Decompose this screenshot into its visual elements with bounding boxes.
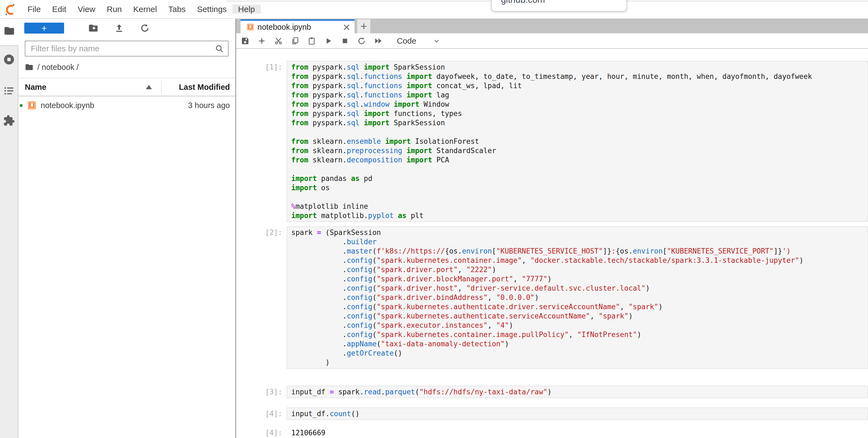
menu-item-tabs[interactable]: Tabs	[162, 5, 191, 13]
code-cell[interactable]: [3]:input_df = spark.read.parquet("hdfs:…	[236, 386, 868, 398]
cell-editor[interactable]: input_df = spark.read.parquet("hdfs://hd…	[287, 386, 868, 398]
file-list-item[interactable]: notebook.ipynb 3 hours ago	[18, 96, 235, 114]
menu-item-run[interactable]: Run	[101, 5, 128, 13]
cut-cells-button[interactable]	[274, 36, 283, 46]
upload-button[interactable]	[114, 23, 124, 33]
home-folder-icon	[25, 63, 34, 71]
interrupt-kernel-button[interactable]	[340, 36, 350, 46]
file-filter-input[interactable]	[25, 41, 228, 57]
menu-items: FileEditViewRunKernelTabsSettingsHelp	[22, 0, 261, 18]
menu-item-kernel[interactable]: Kernel	[128, 5, 163, 13]
column-header-last-modified[interactable]: Last Modified	[179, 83, 230, 92]
cell-editor[interactable]: spark = (SparkSession .builder .master(f…	[287, 226, 868, 369]
sidebar-tabs	[0, 45, 18, 438]
file-name: notebook.ipynb	[41, 101, 94, 110]
cell-editor[interactable]: input_df.count()	[287, 407, 868, 420]
file-last-modified: 3 hours ago	[188, 101, 230, 110]
cell-output: [4]:12106669	[236, 427, 868, 437]
breadcrumb-path: / notebook /	[37, 63, 79, 72]
sidebar-tab-file-browser[interactable]	[0, 19, 18, 45]
folder-icon	[4, 25, 15, 36]
column-header-name[interactable]: Name	[25, 83, 46, 92]
file-browser-panel: + / notebook / Name	[18, 19, 236, 438]
main-area: notebook.ipynb × +	[236, 19, 868, 438]
file-list-header: Name Last Modified	[18, 78, 235, 96]
notebook-tab-icon	[247, 23, 254, 31]
extensions-icon[interactable]	[3, 115, 15, 127]
chevron-down-icon[interactable]	[433, 38, 440, 44]
tab-title: notebook.ipynb	[257, 23, 311, 32]
copy-cells-button[interactable]	[290, 36, 300, 46]
save-button[interactable]	[241, 36, 250, 46]
cell-output-prompt: [4]:	[236, 427, 287, 437]
tab-bar: notebook.ipynb × +	[236, 19, 868, 33]
code-cell[interactable]: [2]:spark = (SparkSession .builder .mast…	[236, 226, 868, 369]
notebook-toolbar: Code	[236, 33, 868, 49]
cell-editor[interactable]: from pyspark.sql import SparkSessionfrom…	[287, 61, 868, 222]
run-cell-button[interactable]	[324, 36, 333, 46]
left-sidebar	[0, 19, 18, 438]
code-cell[interactable]: [1]:from pyspark.sql import SparkSession…	[236, 61, 868, 222]
running-kernels-icon[interactable]	[3, 54, 15, 65]
menu-bar: FileEditViewRunKernelTabsSettingsHelp	[0, 0, 868, 19]
new-tab-button[interactable]: +	[357, 19, 370, 33]
notebook-content: [1]:from pyspark.sql import SparkSession…	[236, 49, 868, 438]
refresh-file-list-button[interactable]	[140, 23, 150, 33]
menu-item-edit[interactable]: Edit	[46, 5, 72, 13]
cell-input-prompt: [3]:	[236, 386, 287, 397]
cell-input-prompt: [4]:	[236, 407, 287, 418]
cell-input-prompt: [2]:	[236, 226, 287, 237]
add-cell-button[interactable]	[257, 36, 267, 46]
code-cell[interactable]: [4]:input_df.count()	[236, 407, 868, 420]
notebook-file-icon	[27, 101, 36, 110]
app-frame: + / notebook / Name	[0, 19, 868, 438]
menu-item-view[interactable]: View	[72, 5, 101, 13]
cell-output-text: 12106669	[287, 427, 325, 437]
table-of-contents-icon[interactable]	[3, 85, 15, 97]
running-kernel-dot	[20, 104, 23, 107]
popup-url-text: github.com	[501, 0, 626, 5]
restart-and-run-all-button[interactable]	[374, 36, 383, 46]
new-folder-button[interactable]	[88, 23, 98, 33]
search-icon	[215, 44, 224, 54]
restart-kernel-button[interactable]	[357, 36, 366, 46]
file-browser-toolbar: +	[18, 19, 235, 34]
paste-cells-button[interactable]	[307, 36, 316, 46]
sort-ascending-icon	[146, 85, 152, 89]
cell-input-prompt: [1]:	[236, 61, 287, 72]
new-launcher-button[interactable]: +	[24, 23, 64, 34]
jupyter-logo-icon	[4, 3, 17, 16]
tab-notebook[interactable]: notebook.ipynb ×	[241, 19, 354, 33]
menu-item-file[interactable]: File	[22, 5, 46, 13]
column-divider	[161, 80, 162, 94]
browser-link-popup: github.com	[491, 0, 627, 11]
cell-type-dropdown[interactable]: Code	[397, 36, 416, 46]
menu-item-help[interactable]: Help	[232, 5, 261, 13]
file-filter	[25, 41, 228, 57]
menu-item-settings[interactable]: Settings	[191, 5, 232, 13]
close-tab-icon[interactable]: ×	[342, 22, 351, 32]
breadcrumb[interactable]: / notebook /	[25, 62, 235, 72]
